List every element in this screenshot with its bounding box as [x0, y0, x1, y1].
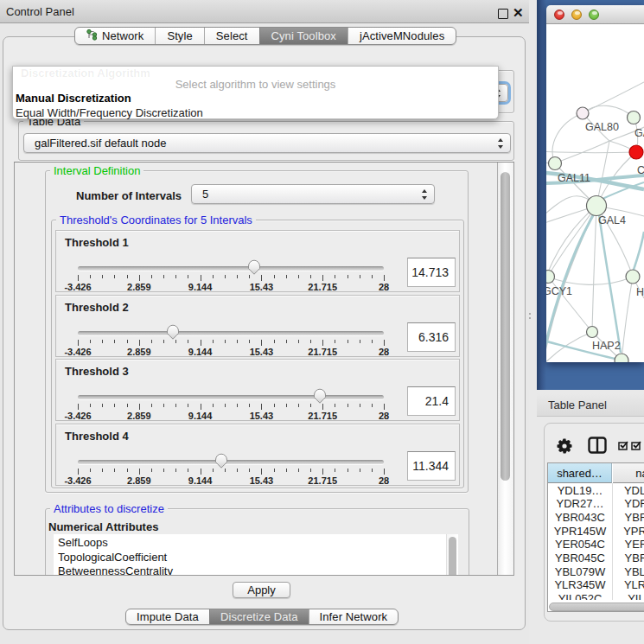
- cell-name: YBL079W: [613, 565, 644, 579]
- slider-tick: [310, 469, 311, 472]
- table-row[interactable]: YER054CYER054C: [548, 538, 644, 552]
- tab-discretize-data[interactable]: Discretize Data: [209, 609, 309, 624]
- list-scrollbar[interactable]: [446, 534, 458, 576]
- network-node[interactable]: [626, 270, 640, 284]
- network-window-titlebar[interactable]: [546, 5, 644, 24]
- network-canvas[interactable]: GAL80GACGAL11GAL4GCY1HHAP2: [546, 24, 644, 362]
- slider-tick: [175, 404, 176, 407]
- slider-tick: [335, 469, 335, 472]
- table-row[interactable]: YPR145WYPR145W: [548, 525, 644, 539]
- network-node[interactable]: [615, 354, 628, 362]
- threshold-panel: Threshold 2-3.4262.8599.14415.4321.71528…: [55, 295, 460, 357]
- network-node[interactable]: [587, 196, 607, 216]
- numerical-attributes-list[interactable]: SelfLoopsTopologicalCoefficientBetweenne…: [54, 534, 458, 576]
- splitpane-grip[interactable]: [529, 313, 531, 315]
- slider-tick: [201, 275, 201, 281]
- slider-tick: [213, 275, 214, 278]
- splitpane-grip[interactable]: [529, 317, 531, 319]
- slider-tick: [114, 404, 115, 407]
- network-edge: [552, 113, 583, 163]
- cell-shared-name: YBL079W: [548, 565, 612, 579]
- slider-tick: [188, 469, 188, 472]
- slider-thumb[interactable]: [166, 324, 180, 341]
- tab-style[interactable]: Style: [155, 28, 203, 44]
- slider-tick: [213, 404, 214, 407]
- threshold-value-field[interactable]: 11.344: [407, 451, 456, 481]
- zoom-traffic-light[interactable]: [589, 10, 599, 20]
- table-data-combobox[interactable]: galFiltered.sif default node: [23, 133, 511, 153]
- slider-tick: [261, 469, 262, 475]
- table-panel-titlebar[interactable]: Table Panel: [537, 393, 644, 417]
- threshold-value-field[interactable]: 6.316: [407, 322, 456, 352]
- slider-tick-label: 15.43: [235, 347, 287, 357]
- slider-tick: [78, 469, 79, 475]
- table-row[interactable]: YDL19…YDL194W: [548, 484, 644, 498]
- network-node[interactable]: [546, 271, 555, 284]
- apply-button[interactable]: Apply: [233, 582, 290, 598]
- table-row[interactable]: YBR043CYBR043C: [548, 511, 644, 525]
- settings-scrollbar-thumb[interactable]: [501, 172, 510, 481]
- tab-cyni-toolbox[interactable]: Cyni Toolbox: [259, 28, 348, 44]
- tab-infer-network[interactable]: Infer Network: [309, 609, 399, 624]
- list-item[interactable]: SelfLoops: [54, 536, 458, 551]
- table-hscrollbar-thumb[interactable]: [549, 603, 644, 611]
- network-node[interactable]: [577, 107, 589, 119]
- threshold-label: Threshold 1: [65, 236, 129, 249]
- threshold-value-field[interactable]: 14.713: [407, 258, 456, 287]
- dropdown-item-manual[interactable]: Manual Discretization: [13, 92, 498, 105]
- interval-definition-group-title: Interval Definition: [50, 164, 143, 177]
- split-table-icon[interactable]: [588, 437, 607, 454]
- slider-tick: [225, 340, 226, 343]
- select-column-checkbox-icon[interactable]: [618, 441, 630, 450]
- threshold-panel: Threshold 4-3.4262.8599.14415.4321.71528…: [55, 424, 460, 486]
- threshold-value-field[interactable]: 21.4: [407, 386, 456, 416]
- slider-thumb[interactable]: [247, 259, 261, 276]
- network-node[interactable]: [628, 112, 641, 124]
- network-node[interactable]: [629, 145, 643, 159]
- slider-tick: [139, 340, 140, 346]
- control-panel-titlebar[interactable]: Control Panel ✕: [0, 0, 529, 23]
- dropdown-prompt-item[interactable]: Select algorithm to view settings: [13, 78, 498, 92]
- settings-scrollbar[interactable]: [497, 163, 513, 575]
- tab-select[interactable]: Select: [204, 28, 259, 44]
- slider-tick-label: 21.715: [296, 282, 348, 292]
- network-edge-highlighted: [599, 214, 621, 353]
- slider-tick: [274, 404, 275, 407]
- slider-thumb[interactable]: [214, 453, 228, 469]
- table-row[interactable]: YLR345WYLR345W: [548, 578, 644, 592]
- tab-network[interactable]: Network: [75, 28, 155, 44]
- slider-tick: [90, 469, 91, 472]
- slider-tick-label: 28: [358, 347, 410, 357]
- list-item[interactable]: BetweennessCentrality: [54, 564, 458, 576]
- tab-label: Impute Data: [137, 610, 199, 623]
- column-header-name[interactable]: name: [613, 463, 644, 483]
- list-scrollbar-thumb[interactable]: [449, 537, 456, 576]
- close-icon[interactable]: ✕: [513, 5, 524, 21]
- tab-impute-data[interactable]: Impute Data: [126, 609, 209, 624]
- slider-track[interactable]: [78, 331, 384, 335]
- column-header-shared-name[interactable]: shared…: [548, 463, 612, 483]
- slider-tick: [261, 404, 262, 410]
- slider-track[interactable]: [78, 395, 384, 399]
- tab-jactivemnodules[interactable]: jActiveMNodules: [348, 28, 456, 44]
- slider-track[interactable]: [78, 266, 384, 271]
- table-row[interactable]: YBR045CYBR045C: [548, 552, 644, 565]
- slider-track[interactable]: [78, 460, 384, 464]
- cell-shared-name: YBR043C: [548, 511, 612, 525]
- close-traffic-light[interactable]: [554, 10, 564, 20]
- select-column-checkbox-icon[interactable]: [631, 441, 643, 450]
- minimize-traffic-light[interactable]: [571, 10, 582, 20]
- network-node[interactable]: [549, 157, 562, 170]
- list-item[interactable]: TopologicalCoefficient: [54, 551, 458, 565]
- number-of-intervals-combobox[interactable]: 5: [191, 184, 435, 204]
- cell-name: YDR277C: [613, 497, 644, 511]
- slider-thumb[interactable]: [313, 388, 327, 405]
- table-row[interactable]: YBL079WYBL079W: [548, 565, 644, 579]
- table-row[interactable]: YDR27…YDR277C: [548, 497, 644, 511]
- network-node[interactable]: [587, 327, 598, 338]
- dropdown-item-equal-width[interactable]: Equal Width/Frequency Discretization: [13, 106, 498, 120]
- network-window[interactable]: GAL80GACGAL11GAL4GCY1HHAP2: [546, 5, 644, 362]
- table-settings-gear-icon[interactable]: [557, 437, 572, 454]
- float-window-icon[interactable]: [498, 9, 508, 19]
- slider-tick-label: 2.859: [113, 347, 165, 357]
